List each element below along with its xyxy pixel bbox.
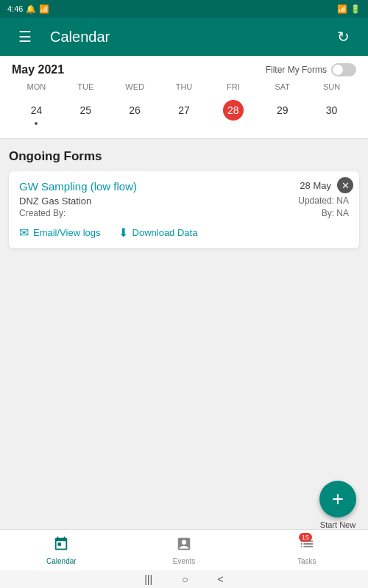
card-created: Created By: [19, 208, 66, 218]
download-icon: ⬇ [118, 226, 128, 240]
form-card: ✕ GW Sampling (low flow) 28 May DNZ Gas … [9, 171, 359, 248]
nav-item-events[interactable]: Events [123, 530, 246, 570]
status-bar: 4:46 🔔 📶 📶 🔋 [0, 0, 368, 18]
calendar-nav-label: Calendar [46, 557, 77, 565]
filter-label: Filter My Forms [266, 65, 327, 75]
wifi-icon: 📶 [337, 4, 347, 14]
day-header-mon: MON [12, 82, 61, 91]
app-bar: ☰ Calendar ↻ [0, 18, 368, 56]
month-year: May 2021 [12, 63, 64, 76]
card-station: DNZ Gas Station [19, 196, 91, 207]
card-date: 28 May [300, 180, 331, 191]
menu-icon: ☰ [18, 28, 32, 46]
calendar-nav-icon [53, 536, 69, 556]
card-row-bot: Created By: By: NA [19, 208, 349, 218]
card-row-mid: DNZ Gas Station Updated: NA [19, 196, 349, 207]
card-close-button[interactable]: ✕ [337, 177, 353, 193]
calendar-header: May 2021 Filter My Forms [12, 63, 356, 76]
download-label: Download Data [132, 227, 198, 238]
card-row-top: GW Sampling (low flow) 28 May [19, 180, 349, 193]
status-time: 4:46 [7, 4, 23, 13]
status-right: 📶 🔋 [337, 4, 361, 14]
day-header-sun: SUN [307, 82, 356, 91]
cal-day-27[interactable]: 27 [160, 96, 209, 129]
day-header-wed: WED [110, 82, 160, 91]
card-by: By: NA [322, 208, 349, 218]
email-logs-button[interactable]: ✉ Email/View logs [19, 226, 101, 240]
ongoing-title: Ongoing Forms [9, 149, 359, 164]
day-header-thu: THU [160, 82, 209, 91]
cal-day-24[interactable]: 24 [12, 96, 61, 129]
refresh-button[interactable]: ↻ [330, 24, 356, 50]
tasks-badge: 15 [299, 533, 312, 542]
tasks-nav-label: Tasks [297, 557, 316, 565]
cal-day-28[interactable]: 28 [208, 96, 258, 129]
system-nav: ||| ○ < [0, 570, 368, 588]
fab-plus-icon: + [332, 487, 344, 511]
day-headers: MON TUE WED THU FRI SAT SUN [12, 82, 356, 91]
cal-day-25[interactable]: 25 [61, 96, 110, 129]
email-label: Email/View logs [33, 227, 101, 238]
sys-nav-bars[interactable]: ||| [144, 573, 152, 585]
page-title: Calendar [50, 29, 318, 46]
events-nav-icon [176, 536, 192, 556]
refresh-icon: ↻ [337, 28, 350, 46]
calendar-grid: 24 25 26 27 28 29 30 [12, 96, 356, 129]
bottom-nav: Calendar Events 15 Tasks [0, 529, 368, 570]
sys-nav-home[interactable]: ○ [182, 573, 188, 585]
cal-day-29[interactable]: 29 [258, 96, 307, 129]
cal-day-26[interactable]: 26 [110, 96, 160, 129]
download-data-button[interactable]: ⬇ Download Data [118, 226, 198, 240]
card-actions: ✉ Email/View logs ⬇ Download Data [19, 226, 349, 240]
sim-icon: 📶 [39, 4, 49, 14]
status-left: 4:46 🔔 📶 [7, 4, 49, 14]
menu-button[interactable]: ☰ [12, 24, 38, 50]
day-header-tue: TUE [61, 82, 110, 91]
fab-label: Start New [320, 520, 355, 529]
notification-icon: 🔔 [26, 4, 36, 14]
calendar-section: May 2021 Filter My Forms MON TUE WED THU… [0, 56, 368, 138]
cal-day-30[interactable]: 30 [307, 96, 356, 129]
day-header-fri: FRI [208, 82, 258, 91]
fab-container: + Start New [319, 481, 356, 529]
filter-row: Filter My Forms [266, 63, 356, 76]
start-new-fab[interactable]: + [319, 481, 356, 517]
events-nav-label: Events [173, 557, 196, 565]
day-header-sat: SAT [258, 82, 307, 91]
nav-item-calendar[interactable]: Calendar [0, 530, 123, 570]
day-dot [35, 122, 38, 125]
sys-nav-back[interactable]: < [218, 573, 224, 585]
filter-toggle[interactable] [331, 63, 356, 76]
card-updated: Updated: NA [298, 196, 349, 207]
battery-icon: 🔋 [350, 4, 361, 14]
nav-item-tasks[interactable]: 15 Tasks [245, 530, 368, 570]
email-icon: ✉ [19, 226, 29, 240]
ongoing-section: Ongoing Forms ✕ GW Sampling (low flow) 2… [0, 139, 368, 254]
card-form-title: GW Sampling (low flow) [19, 180, 137, 193]
